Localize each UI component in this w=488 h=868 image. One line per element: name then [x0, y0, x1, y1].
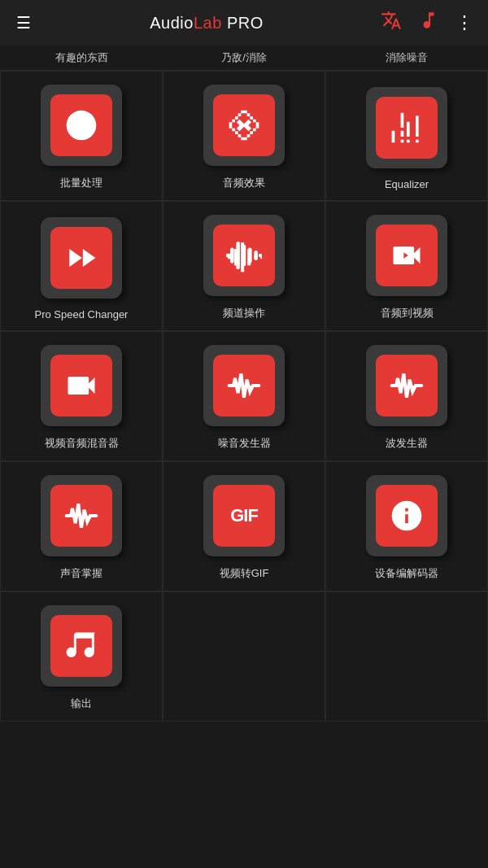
partial-cell-2: 乃敌/消除 — [163, 46, 325, 71]
music-output-icon — [63, 628, 99, 664]
icon-card-sound-grab — [41, 475, 122, 556]
label-decoder: 设备编解码器 — [375, 566, 438, 581]
grid-item-speed[interactable]: Pro Speed Changer — [0, 201, 163, 331]
video-camera-icon — [389, 238, 425, 273]
label-channel: 频道操作 — [223, 306, 265, 321]
grid-item-effects[interactable]: 音频效果 — [163, 71, 325, 201]
label-speed: Pro Speed Changer — [35, 308, 129, 321]
icon-inner-decoder — [376, 485, 438, 547]
grid-item-sound-grab[interactable]: 声音掌握 — [0, 461, 163, 591]
icon-inner-audio-video — [376, 225, 438, 286]
icon-inner-sound-grab — [50, 485, 112, 547]
icon-card-effects — [203, 85, 285, 166]
icon-inner-video-gif: GIF — [213, 485, 275, 547]
label-video-gif: 视频转GIF — [220, 566, 269, 581]
label-batch: 批量处理 — [60, 176, 102, 190]
grid-item-video-audio-mixer[interactable]: 视频音频混音器 — [0, 331, 163, 461]
grid-item-batch[interactable]: 批量处理 — [0, 71, 163, 201]
empty-cell-2 — [325, 591, 488, 722]
icon-card-output — [41, 605, 122, 687]
grid-item-audio-video[interactable]: 音频到视频 — [325, 201, 488, 331]
grid-item-noise-gen[interactable]: 噪音发生器 — [163, 331, 325, 461]
icon-card-batch — [41, 85, 122, 166]
icon-card-speed — [41, 217, 122, 299]
video-music-icon — [63, 368, 99, 403]
translate-icon[interactable] — [376, 5, 407, 41]
grid-item-video-gif[interactable]: GIF 视频转GIF — [163, 461, 325, 591]
grid-item-output[interactable]: 输出 — [0, 591, 163, 722]
empty-cell-1 — [163, 591, 325, 722]
label-output: 输出 — [71, 696, 92, 711]
partial-cell-1: 有趣的东西 — [0, 46, 163, 71]
icon-card-decoder — [366, 475, 447, 556]
icon-inner-effects — [213, 94, 275, 156]
gif-text: GIF — [230, 505, 258, 526]
grid-item-channel[interactable]: 频道操作 — [163, 201, 325, 331]
more-icon[interactable]: ⋮ — [451, 7, 478, 38]
waveform3-icon — [389, 368, 425, 403]
header-action-icons: ⋮ — [376, 5, 478, 41]
icon-card-channel — [203, 215, 285, 296]
app-header: ☰ AudioLab PRO ⋮ — [0, 0, 488, 46]
partial-top-row: 有趣的东西 乃敌/消除 消除噪音 — [0, 46, 488, 71]
feature-grid: 批量处理 音频效果 Equalizer — [0, 71, 488, 591]
label-noise-gen: 噪音发生器 — [218, 436, 271, 451]
grid-item-wave-gen[interactable]: 波发生器 — [325, 331, 488, 461]
music-add-icon — [63, 107, 99, 143]
waveform4-icon — [63, 498, 99, 534]
icon-inner-noise-gen — [213, 355, 275, 417]
label-effects: 音频效果 — [223, 176, 265, 190]
icon-card-video-gif: GIF — [203, 475, 285, 556]
icon-card-wave-gen — [366, 345, 447, 426]
label-equalizer: Equalizer — [385, 178, 429, 190]
icon-card-equalizer — [366, 87, 447, 168]
icon-card-video-audio-mixer — [41, 345, 122, 426]
icon-inner-video-audio-mixer — [50, 355, 112, 417]
icon-inner-channel — [213, 225, 275, 286]
last-row: 输出 — [0, 591, 488, 722]
app-title: AudioLab PRO — [37, 14, 376, 33]
icon-card-noise-gen — [203, 345, 285, 426]
label-wave-gen: 波发生器 — [386, 436, 428, 451]
icon-card-audio-video — [366, 215, 447, 296]
title-lab: Lab — [194, 14, 227, 32]
grid-item-equalizer[interactable]: Equalizer — [325, 71, 488, 201]
icon-inner-speed — [50, 227, 112, 289]
label-audio-video: 音频到视频 — [381, 306, 434, 321]
grid-item-decoder[interactable]: 设备编解码器 — [325, 461, 488, 591]
fast-forward-icon — [63, 240, 99, 276]
icon-inner-wave-gen — [376, 355, 438, 417]
info-icon — [389, 498, 425, 534]
music-x-icon — [226, 107, 262, 143]
icon-inner-batch — [50, 94, 112, 156]
icon-inner-equalizer — [376, 97, 438, 159]
icon-inner-output — [50, 615, 112, 677]
label-sound-grab: 声音掌握 — [60, 566, 102, 581]
partial-cell-3: 消除噪音 — [325, 46, 488, 71]
waveform-icon — [226, 238, 262, 273]
menu-icon[interactable]: ☰ — [10, 7, 37, 39]
label-video-audio-mixer: 视频音频混音器 — [45, 436, 119, 451]
title-pro: PRO — [227, 14, 264, 32]
equalizer-icon — [389, 110, 425, 146]
waveform2-icon — [226, 368, 262, 403]
music-icon[interactable] — [413, 5, 444, 41]
